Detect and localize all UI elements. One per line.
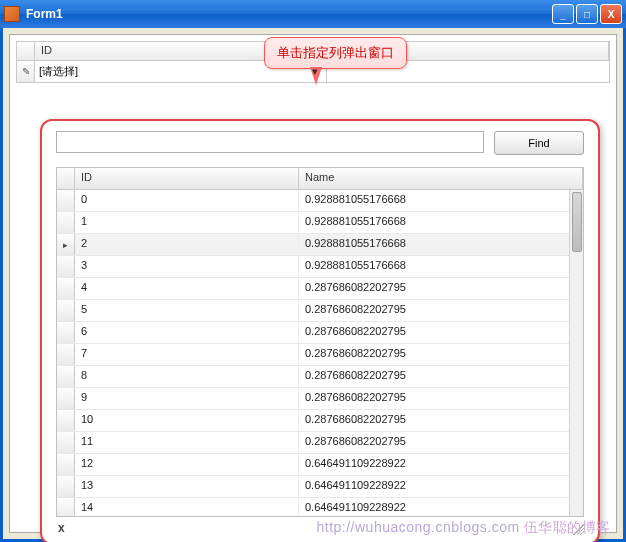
table-row[interactable]: 140.646491109228922 [57, 498, 583, 516]
row-indicator-icon [57, 212, 75, 233]
table-row[interactable]: ▸20.928881055176668 [57, 234, 583, 256]
cell-id: 9 [75, 388, 299, 409]
title-bar[interactable]: Form1 _ □ X [0, 0, 626, 28]
table-row[interactable]: 50.287686082202795 [57, 300, 583, 322]
row-indicator-icon [57, 432, 75, 453]
table-row[interactable]: 40.287686082202795 [57, 278, 583, 300]
callout-text: 单击指定列弹出窗口 [277, 45, 394, 60]
cell-name: 0.928881055176668 [299, 212, 583, 233]
close-button[interactable]: X [600, 4, 622, 24]
find-button[interactable]: Find [494, 131, 584, 155]
scrollbar-thumb[interactable] [572, 192, 582, 252]
row-indicator-icon [57, 344, 75, 365]
cell-name: 0.287686082202795 [299, 278, 583, 299]
table-row[interactable]: 80.287686082202795 [57, 366, 583, 388]
row-indicator-icon: ▸ [57, 234, 75, 255]
cell-id: 0 [75, 190, 299, 211]
row-indicator-icon [57, 476, 75, 497]
cell-id: 13 [75, 476, 299, 497]
popup-grid-header: ID Name [57, 168, 583, 190]
cell-name: 0.646491109228922 [299, 498, 583, 516]
table-row[interactable]: 130.646491109228922 [57, 476, 583, 498]
cell-id: 6 [75, 322, 299, 343]
cell-id: 14 [75, 498, 299, 516]
cell-id: 2 [75, 234, 299, 255]
table-row[interactable]: 70.287686082202795 [57, 344, 583, 366]
cell-name: 0.928881055176668 [299, 190, 583, 211]
popup-grid: ID Name 00.92888105517666810.92888105517… [56, 167, 584, 517]
popup-header-indicator [57, 168, 75, 189]
app-icon [4, 6, 20, 22]
table-row[interactable]: 00.928881055176668 [57, 190, 583, 212]
id-combo-text: [请选择] [39, 64, 308, 79]
cell-name: 0.287686082202795 [299, 344, 583, 365]
cell-name: 0.928881055176668 [299, 234, 583, 255]
minimize-button[interactable]: _ [552, 4, 574, 24]
search-row: Find [56, 131, 584, 155]
window-title: Form1 [26, 7, 552, 21]
row-indicator-icon [57, 278, 75, 299]
cell-name: 0.287686082202795 [299, 366, 583, 387]
cell-id: 8 [75, 366, 299, 387]
table-row[interactable]: 110.287686082202795 [57, 432, 583, 454]
vertical-scrollbar[interactable] [569, 190, 583, 516]
cell-name: 0.287686082202795 [299, 410, 583, 431]
cell-id: 11 [75, 432, 299, 453]
table-row[interactable]: 10.928881055176668 [57, 212, 583, 234]
cell-name: 0.646491109228922 [299, 476, 583, 497]
cell-id: 1 [75, 212, 299, 233]
cell-id: 3 [75, 256, 299, 277]
row-indicator-icon [57, 388, 75, 409]
table-row[interactable]: 120.646491109228922 [57, 454, 583, 476]
lookup-popup: Find ID Name 00.92888105517666810.928881… [40, 119, 600, 542]
row-indicator-icon [57, 322, 75, 343]
window-controls: _ □ X [552, 4, 622, 24]
cell-id: 12 [75, 454, 299, 475]
popup-grid-body: 00.92888105517666810.928881055176668▸20.… [57, 190, 583, 516]
search-input[interactable] [56, 131, 484, 153]
inner-panel: 单击指定列弹出窗口 ID Name ✎ [请选择] ▾ Find [9, 34, 617, 533]
cell-id: 5 [75, 300, 299, 321]
cell-name: 0.287686082202795 [299, 432, 583, 453]
popup-close-icon[interactable]: x [56, 521, 67, 535]
row-indicator-icon [57, 410, 75, 431]
maximize-button[interactable]: □ [576, 4, 598, 24]
watermark-cn: 伍华聪的博客 [520, 519, 611, 535]
cell-id: 7 [75, 344, 299, 365]
table-row[interactable]: 90.287686082202795 [57, 388, 583, 410]
client-area: 单击指定列弹出窗口 ID Name ✎ [请选择] ▾ Find [0, 28, 626, 542]
cell-name: 0.287686082202795 [299, 388, 583, 409]
table-row[interactable]: 60.287686082202795 [57, 322, 583, 344]
chevron-down-icon[interactable]: ▾ [308, 64, 322, 80]
cell-name: 0.646491109228922 [299, 454, 583, 475]
row-indicator-icon [57, 300, 75, 321]
main-header-indicator [17, 42, 35, 60]
id-combo[interactable]: [请选择] ▾ [35, 64, 326, 80]
edit-indicator-icon: ✎ [17, 61, 35, 82]
watermark-url: http://wuhuacong.cnblogs.com [316, 519, 519, 535]
cell-name: 0.287686082202795 [299, 300, 583, 321]
row-indicator-icon [57, 366, 75, 387]
popup-header-name[interactable]: Name [299, 168, 583, 189]
table-row[interactable]: 100.287686082202795 [57, 410, 583, 432]
row-indicator-icon [57, 190, 75, 211]
watermark: http://wuhuacong.cnblogs.com 伍华聪的博客 [316, 519, 611, 537]
row-indicator-icon [57, 498, 75, 516]
cell-id: 4 [75, 278, 299, 299]
table-row[interactable]: 30.928881055176668 [57, 256, 583, 278]
popup-header-id[interactable]: ID [75, 168, 299, 189]
row-indicator-icon [57, 454, 75, 475]
row-indicator-icon [57, 256, 75, 277]
cell-name: 0.287686082202795 [299, 322, 583, 343]
cell-id: 10 [75, 410, 299, 431]
cell-name: 0.928881055176668 [299, 256, 583, 277]
